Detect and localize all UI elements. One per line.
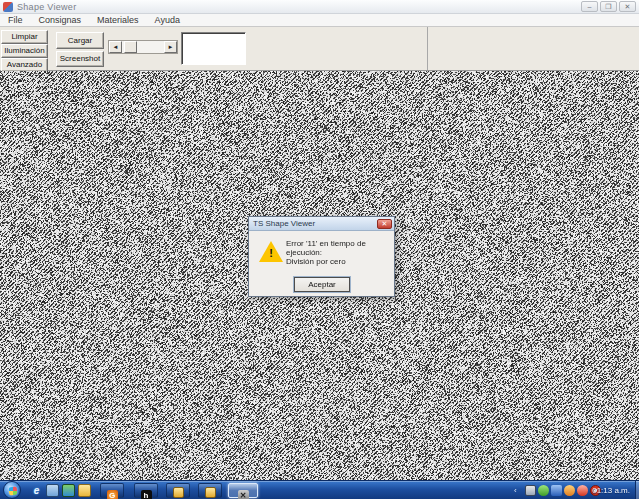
application-window: Shape Viewer – ❐ ✕ File Consignas Materi… xyxy=(0,0,639,499)
menu-item-ayuda[interactable]: Ayuda xyxy=(147,14,188,26)
h-app-icon: h xyxy=(141,490,152,499)
taskbar-app-3[interactable] xyxy=(166,483,190,498)
error-message-line1: Error '11' en tiempo de ejecución: xyxy=(286,239,392,257)
horizontal-scrollbar[interactable]: ◄ ► xyxy=(108,40,178,54)
menu-bar: File Consignas Materiales Ayuda xyxy=(0,14,639,27)
toolbar-panel: Limpiar Iluminación Avanzado Cargar Scre… xyxy=(0,27,428,70)
dialog-title: TS Shape Viewer xyxy=(253,219,315,228)
warning-exclamation: ! xyxy=(269,247,273,259)
taskbar: e G h ✕ ‹ 01:13 a.m. xyxy=(0,480,639,499)
error-dialog: TS Shape Viewer ✕ ! Error '11' en tiempo… xyxy=(248,216,395,297)
tray-icon[interactable] xyxy=(564,485,575,496)
window-controls: – ❐ ✕ xyxy=(581,1,636,12)
g-app-icon: G xyxy=(107,490,118,499)
tray-icon[interactable] xyxy=(525,485,536,496)
tray-icon[interactable] xyxy=(551,485,562,496)
view-mode-button-3[interactable]: Avanzado xyxy=(1,58,48,72)
warning-icon: ! xyxy=(259,241,283,262)
list-box[interactable] xyxy=(181,32,246,65)
folder-window-icon xyxy=(173,487,184,498)
taskbar-clock[interactable]: 01:13 a.m. xyxy=(592,486,630,495)
load-button[interactable]: Cargar xyxy=(56,32,104,49)
menu-item-file[interactable]: File xyxy=(0,14,31,26)
tray-chevron-icon[interactable]: ‹ xyxy=(514,486,517,495)
scrollbar-track[interactable] xyxy=(122,41,164,53)
desktop-icon[interactable] xyxy=(46,484,59,497)
dialog-title-bar[interactable]: TS Shape Viewer ✕ xyxy=(249,217,394,231)
error-message-line2: División por cero xyxy=(286,257,392,266)
menu-item-materiales[interactable]: Materiales xyxy=(89,14,147,26)
scroll-left-icon[interactable]: ◄ xyxy=(109,41,122,53)
folder-window-icon xyxy=(205,487,216,498)
media-player-icon[interactable] xyxy=(62,484,75,497)
scroll-right-icon[interactable]: ► xyxy=(164,41,177,53)
title-bar: Shape Viewer – ❐ ✕ xyxy=(0,0,639,14)
close-button[interactable]: ✕ xyxy=(619,1,636,12)
taskbar-app-4[interactable] xyxy=(198,483,222,498)
taskbar-app-1[interactable]: G xyxy=(100,483,124,498)
windows-logo-icon xyxy=(9,487,18,496)
shapeviewer-app-icon: ✕ xyxy=(238,490,249,499)
view-mode-button-1[interactable]: Limpiar xyxy=(1,30,48,44)
window-title: Shape Viewer xyxy=(17,2,76,12)
folder-quicklaunch-icon[interactable] xyxy=(78,484,91,497)
menu-item-consignas[interactable]: Consignas xyxy=(31,14,90,26)
view-mode-button-2[interactable]: Iluminación xyxy=(1,44,48,58)
taskbar-app-2[interactable]: h xyxy=(134,483,158,498)
browser-icon[interactable]: e xyxy=(30,484,43,497)
scrollbar-thumb[interactable] xyxy=(124,41,137,53)
app-icon xyxy=(3,2,13,12)
dialog-close-icon[interactable]: ✕ xyxy=(377,219,392,229)
taskbar-app-active[interactable]: ✕ xyxy=(228,483,258,498)
tray-icon[interactable] xyxy=(538,485,549,496)
tray-icon[interactable] xyxy=(577,485,588,496)
start-button[interactable] xyxy=(3,481,21,499)
restore-button[interactable]: ❐ xyxy=(600,1,617,12)
accept-button[interactable]: Aceptar xyxy=(294,277,350,292)
screenshot-button[interactable]: Screenshot xyxy=(56,51,104,67)
show-desktop-button[interactable] xyxy=(635,481,639,499)
minimize-button[interactable]: – xyxy=(581,1,598,12)
toolbar: Limpiar Iluminación Avanzado Cargar Scre… xyxy=(0,27,639,71)
